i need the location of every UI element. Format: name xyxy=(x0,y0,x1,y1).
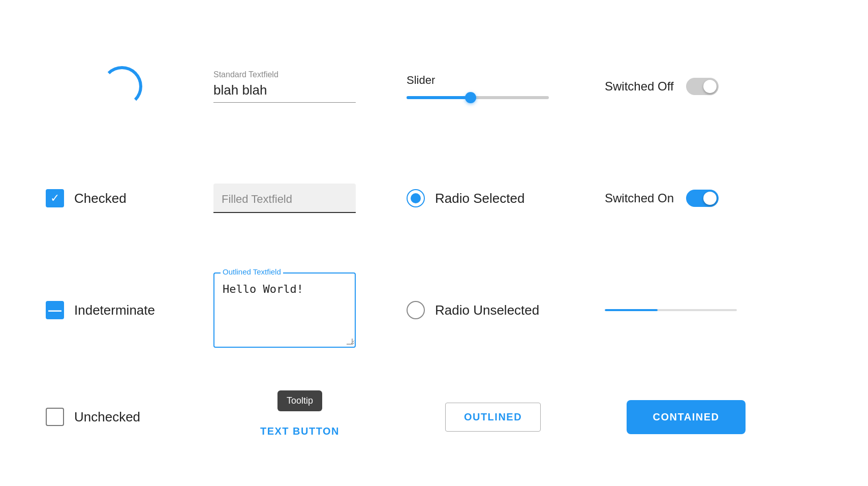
slider-track xyxy=(407,96,549,99)
radio-unselected-label: Radio Unselected xyxy=(435,302,539,318)
checkbox-unchecked-label: Unchecked xyxy=(74,409,140,425)
tooltip: Tooltip xyxy=(277,390,322,411)
slider-title: Slider xyxy=(407,74,590,87)
checkbox-unchecked-cell: Unchecked xyxy=(41,408,203,426)
checkbox-indeterminate-box[interactable]: — xyxy=(46,301,64,319)
outlined-textfield-wrapper: Outlined Textfield Hello World! xyxy=(213,272,356,348)
spinner-cell xyxy=(41,66,203,107)
checkbox-indeterminate-cell: — Indeterminate xyxy=(41,301,203,319)
outlined-textfield-legend: Outlined Textfield xyxy=(221,267,283,276)
filled-textfield-cell xyxy=(203,184,396,213)
checkbox-indeterminate-label: Indeterminate xyxy=(74,302,155,318)
standard-textfield-label: Standard Textfield xyxy=(213,70,396,79)
switch-off-toggle[interactable] xyxy=(686,78,719,95)
text-button[interactable]: TEXT BUTTON xyxy=(252,419,348,443)
switch-on-thumb xyxy=(703,192,717,205)
outlined-textfield-input[interactable]: Hello World! xyxy=(214,274,355,345)
standard-textfield-cell: Standard Textfield blah blah xyxy=(203,70,396,103)
switch-off-label: Switched Off xyxy=(605,79,674,94)
checkmark-icon: ✓ xyxy=(50,193,59,204)
checkbox-checked-label: Checked xyxy=(74,191,127,206)
checkbox-unchecked-box[interactable] xyxy=(46,408,64,426)
outlined-button-cell: OUTLINED xyxy=(396,403,590,432)
progress-bar-track xyxy=(605,309,737,311)
switch-off-cell: Switched Off xyxy=(590,78,783,95)
main-container: Standard Textfield blah blah Slider Swit… xyxy=(0,0,868,486)
filled-textfield-input[interactable] xyxy=(213,184,356,213)
outlined-textfield-cell: Outlined Textfield Hello World! xyxy=(203,272,396,348)
radio-unselected-cell: Radio Unselected xyxy=(396,301,590,319)
switch-on-toggle[interactable] xyxy=(686,190,719,207)
radio-selected-dot xyxy=(411,193,421,203)
contained-button[interactable]: CONTAINED xyxy=(627,400,746,434)
radio-selected-label: Radio Selected xyxy=(435,191,524,206)
switch-on-label: Switched On xyxy=(605,191,674,205)
switch-off-thumb xyxy=(703,80,717,93)
checkbox-checked-box[interactable]: ✓ xyxy=(46,189,64,207)
slider-thumb[interactable] xyxy=(465,92,476,103)
progress-bar-cell xyxy=(590,309,783,311)
checkbox-checked-cell: ✓ Checked xyxy=(41,189,203,207)
progress-bar-fill xyxy=(605,309,658,311)
indeterminate-icon: — xyxy=(48,303,61,317)
resize-handle-icon xyxy=(347,339,353,345)
radio-unselected-button[interactable] xyxy=(407,301,425,319)
radio-selected-button[interactable] xyxy=(407,189,425,207)
slider-track-fill xyxy=(407,96,471,99)
slider-cell: Slider xyxy=(396,74,590,99)
switch-on-cell: Switched On xyxy=(590,190,783,207)
loading-spinner xyxy=(102,66,142,107)
radio-selected-cell: Radio Selected xyxy=(396,189,590,207)
contained-button-cell: CONTAINED xyxy=(590,400,783,434)
text-button-col: Tooltip TEXT BUTTON xyxy=(203,390,396,443)
standard-textfield-value[interactable]: blah blah xyxy=(213,82,356,103)
outlined-button[interactable]: OUTLINED xyxy=(445,403,541,432)
